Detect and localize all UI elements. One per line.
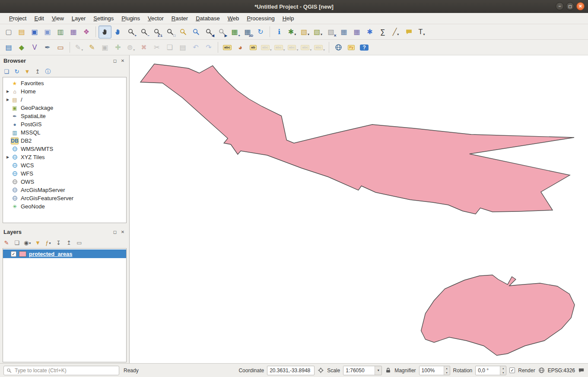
- menu-layer[interactable]: Layer: [68, 14, 90, 23]
- style-manager-button[interactable]: ❖: [80, 26, 93, 38]
- collapse-all-button[interactable]: ↥: [33, 67, 42, 76]
- browser-item-geopackage[interactable]: ▣GeoPackage: [3, 104, 126, 112]
- new-spatialite-layer-button[interactable]: ✒: [41, 41, 54, 54]
- rotation-spin-down-icon[interactable]: ▾: [500, 371, 506, 375]
- cut-features-button[interactable]: ✂: [150, 41, 163, 54]
- new-temporary-scratch-layer-button[interactable]: ▭: [54, 41, 67, 54]
- browser-item-xyz-tiles[interactable]: ▶XYZ Tiles: [3, 153, 126, 161]
- menu-web[interactable]: Web: [224, 14, 243, 23]
- copy-features-button[interactable]: ❏: [163, 41, 176, 54]
- log-messages-icon[interactable]: [578, 367, 585, 374]
- rotate-label-button[interactable]: abc▾: [299, 41, 313, 54]
- expand-all-button[interactable]: ↧: [54, 238, 63, 247]
- menu-help[interactable]: Help: [279, 14, 298, 23]
- text-annotation-dropdown-icon[interactable]: ▾: [423, 32, 425, 38]
- browser-item-wfs[interactable]: WFS: [3, 169, 126, 178]
- menu-settings[interactable]: Settings: [89, 14, 118, 23]
- new-map-view-button[interactable]: ▦+: [228, 26, 241, 38]
- browser-item-db2[interactable]: DBDB2: [3, 137, 126, 145]
- manage-map-themes-dropdown-icon[interactable]: ▾: [29, 241, 31, 247]
- current-edits-dropdown-icon[interactable]: ▾: [81, 48, 83, 54]
- show-hide-labels-button[interactable]: abc▾: [273, 41, 286, 54]
- menu-edit[interactable]: Edit: [30, 14, 48, 23]
- magnifier-spin-up-icon[interactable]: ▴: [444, 366, 450, 371]
- browser-item-wms-wmts[interactable]: WMS/WMTS: [3, 145, 126, 153]
- identify-features-button[interactable]: ℹ: [273, 26, 286, 38]
- crs-icon[interactable]: [538, 367, 545, 374]
- toggle-editing-button[interactable]: ✎: [86, 41, 99, 54]
- layer-visibility-checkbox[interactable]: ✓: [11, 251, 16, 257]
- coordinate-input[interactable]: [267, 366, 315, 375]
- change-label-properties-dropdown-icon[interactable]: ▾: [323, 48, 325, 54]
- menu-raster[interactable]: Raster: [168, 14, 192, 23]
- paste-features-button[interactable]: ▤: [176, 41, 189, 54]
- pan-map-button[interactable]: [99, 26, 111, 38]
- browser-float-button[interactable]: ◻: [112, 58, 118, 63]
- move-label-button[interactable]: abc▾: [286, 41, 300, 54]
- select-features-button[interactable]: ▧▾: [299, 26, 311, 38]
- collapse-all-layers-button[interactable]: ↥: [64, 238, 73, 247]
- move-label-dropdown-icon[interactable]: ▾: [296, 48, 298, 54]
- refresh-browser-button[interactable]: ↻: [12, 67, 22, 76]
- rotation-input[interactable]: [476, 366, 500, 375]
- new-geopackage-layer-button[interactable]: ◆: [15, 41, 28, 54]
- new-project-button[interactable]: ▢: [2, 26, 15, 38]
- zoom-out-button[interactable]: −: [137, 26, 150, 38]
- crs-value[interactable]: EPSG:4326: [548, 367, 575, 374]
- menu-vector[interactable]: Vector: [144, 14, 168, 23]
- open-project-button[interactable]: ▤: [15, 26, 28, 38]
- deselect-features-button[interactable]: ▧✕: [324, 26, 337, 38]
- zoom-full-button[interactable]: □: [163, 26, 176, 38]
- browser-item-wcs[interactable]: WCS: [3, 161, 126, 169]
- minimize-button[interactable]: –: [556, 2, 564, 10]
- magnifier-spinbox[interactable]: ▴ ▾: [419, 366, 450, 375]
- menu-database[interactable]: Database: [192, 14, 224, 23]
- select-features-by-value-button[interactable]: ▧▾: [311, 26, 324, 38]
- browser-item-postgis[interactable]: ●PostGIS: [3, 120, 126, 128]
- scale-input[interactable]: [343, 366, 375, 375]
- menu-processing[interactable]: Processing: [243, 14, 278, 23]
- highlight-pinned-labels-button[interactable]: ab: [247, 41, 260, 54]
- browser-item-arcgis-feature-server[interactable]: ArcGisFeatureServer: [3, 194, 126, 202]
- save-project-button[interactable]: ▣: [28, 26, 41, 38]
- zoom-last-button[interactable]: ◀: [202, 26, 215, 38]
- browser-item-spatialite[interactable]: ✒SpatiaLite: [3, 112, 126, 120]
- manage-map-themes-button[interactable]: ◉▾: [22, 238, 32, 247]
- processing-toolbox-button[interactable]: ✱: [363, 26, 376, 38]
- data-source-manager-button[interactable]: ▤: [2, 41, 15, 54]
- new-3d-map-view-button[interactable]: ▦3D: [241, 26, 254, 38]
- open-attribute-table-button[interactable]: ▦: [337, 26, 350, 38]
- pan-map-to-selection-button[interactable]: [111, 26, 124, 38]
- layers-close-button[interactable]: ✕: [120, 230, 126, 234]
- magnifier-spin-down-icon[interactable]: ▾: [444, 371, 450, 375]
- map-canvas[interactable]: [130, 55, 588, 363]
- refresh-button[interactable]: ↻: [254, 26, 267, 38]
- close-button[interactable]: ✕: [576, 2, 585, 10]
- change-label-properties-button[interactable]: abc▾: [313, 41, 326, 54]
- pin-unpin-labels-dropdown-icon[interactable]: ▾: [270, 48, 272, 54]
- pin-unpin-labels-button[interactable]: abc▾: [260, 41, 273, 54]
- toggle-extents-icon[interactable]: [318, 367, 324, 374]
- menu-project[interactable]: Project: [5, 14, 30, 23]
- browser-close-button[interactable]: ✕: [120, 58, 126, 63]
- vertex-tool-dropdown-icon[interactable]: ▾: [133, 48, 135, 54]
- scale-combobox[interactable]: ▾: [343, 366, 382, 375]
- run-feature-action-dropdown-icon[interactable]: ▾: [294, 32, 296, 38]
- browser-item-ows[interactable]: OWS: [3, 178, 126, 186]
- help-contents-button[interactable]: ?: [358, 41, 371, 54]
- browser-item-favorites[interactable]: ★Favorites: [3, 79, 126, 87]
- magnifier-input[interactable]: [420, 366, 444, 375]
- browser-item-arcgis-map-server[interactable]: ArcGisMapServer: [3, 186, 126, 194]
- zoom-in-button[interactable]: +: [124, 26, 137, 38]
- show-hide-labels-dropdown-icon[interactable]: ▾: [283, 48, 285, 54]
- scale-dropdown-icon[interactable]: ▾: [375, 366, 381, 375]
- run-feature-action-button[interactable]: ✱▾: [286, 26, 299, 38]
- show-layout-manager-button[interactable]: ▦: [67, 26, 80, 38]
- zoom-next-button[interactable]: ▶: [215, 26, 228, 38]
- measure-line-dropdown-icon[interactable]: ▾: [397, 32, 399, 38]
- new-print-layout-button[interactable]: ▥: [54, 26, 67, 38]
- layer-labeling-options-button[interactable]: abc: [221, 41, 234, 54]
- current-edits-button[interactable]: ✎▾: [73, 41, 86, 54]
- remove-layer-group-button[interactable]: ▭: [74, 238, 84, 247]
- measure-line-button[interactable]: ╱▾: [389, 26, 402, 38]
